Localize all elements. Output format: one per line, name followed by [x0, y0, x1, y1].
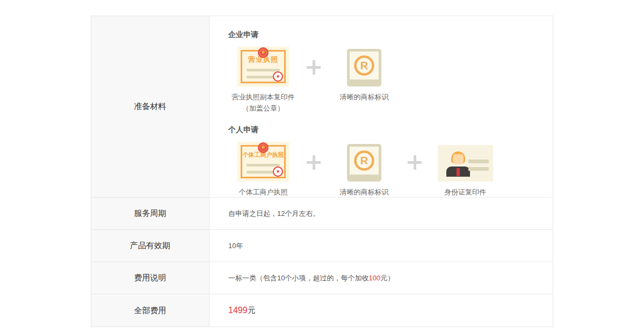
material-trademark: R 清晰的商标标识: [329, 47, 399, 103]
material-caption: 清晰的商标标识: [329, 186, 399, 198]
avatar-tie: [457, 168, 460, 176]
license-text-line: [247, 164, 280, 166]
icon-wrap: R: [329, 142, 399, 182]
icon-wrap: 营业执照 ★: [228, 47, 298, 86]
row-content: 1499 元: [209, 294, 553, 327]
avatar-face: [453, 154, 464, 164]
caption-line: 清晰的商标标识: [329, 91, 399, 103]
caption-line: （加盖公章）: [228, 103, 298, 114]
plus-icon: [298, 142, 329, 182]
row-label-total-price: 全部费用: [91, 294, 209, 327]
national-emblem-icon: [258, 142, 269, 153]
row-content: 自申请之日起，12个月左右。: [209, 198, 553, 229]
row-label-validity: 产品有效期: [91, 230, 209, 262]
icon-wrap: R: [329, 47, 399, 86]
row-label-service-period: 服务周期: [91, 198, 209, 229]
fee-text-prefix: 一标一类（包含10个小项，超过的，每个加收: [228, 274, 368, 282]
row-content: 10年: [209, 230, 553, 262]
id-card-icon: [438, 145, 493, 182]
caption-line: 个体工商户执照: [228, 186, 298, 198]
product-detail-table: 准备材料 企业申请 营业执照 ★: [91, 16, 553, 327]
material-caption: 清晰的商标标识: [329, 91, 399, 103]
caption-line: 营业执照副本复印件: [228, 91, 298, 103]
registered-letter: R: [360, 155, 368, 166]
material-id-card: 身份证复印件: [430, 142, 500, 198]
material-sole-proprietor-license: 个体工商户执照 ★ 个体工商户执照: [228, 142, 298, 198]
enterprise-section-title: 企业申请: [228, 30, 553, 40]
red-star-stamp-icon: ★: [273, 166, 283, 177]
icon-wrap: 个体工商户执照 ★: [228, 142, 298, 182]
person-avatar-icon: [446, 151, 470, 177]
row-content: 一标一类（包含10个小项，超过的，每个加收100元）: [209, 262, 553, 294]
registered-letter: R: [360, 60, 368, 71]
enterprise-application-section: 企业申请 营业执照 ★: [228, 30, 553, 114]
registered-mark-icon: R: [352, 149, 376, 172]
star-glyph: ★: [276, 169, 280, 174]
red-star-stamp-icon: ★: [273, 71, 283, 82]
row-label-materials: 准备材料: [91, 16, 209, 197]
business-license-icon: 个体工商户执照 ★: [237, 142, 289, 182]
plus-icon: [298, 47, 329, 86]
idcard-text-line: [468, 167, 489, 171]
material-business-license: 营业执照 ★ 营业执照副本复印件 （加盖公章）: [228, 47, 298, 114]
fee-description-value: 一标一类（包含10个小项，超过的，每个加收100元）: [228, 273, 394, 283]
plus-icon: [399, 142, 430, 182]
star-glyph: ★: [276, 74, 280, 79]
idcard-text-line: [468, 160, 489, 163]
row-label-fee-description: 费用说明: [91, 262, 209, 294]
registered-mark-icon: R: [352, 54, 376, 77]
national-emblem-icon: [258, 47, 269, 58]
license-text-line: [247, 69, 280, 71]
fee-surcharge-amount: 100: [368, 274, 380, 282]
fee-description-row: 费用说明 一标一类（包含10个小项，超过的，每个加收100元）: [91, 262, 553, 294]
total-price-row: 全部费用 1499 元: [91, 294, 553, 327]
validity-value: 10年: [228, 241, 243, 251]
service-period-row: 服务周期 自申请之日起，12个月左右。: [91, 198, 553, 230]
validity-row: 产品有效期 10年: [91, 230, 553, 262]
total-price-value: 1499: [228, 306, 248, 315]
enterprise-figures: 营业执照 ★ 营业执照副本复印件 （加盖公章）: [228, 47, 553, 114]
fee-text-suffix: 元）: [380, 274, 394, 282]
total-price-unit: 元: [248, 306, 256, 315]
caption-line: 清晰的商标标识: [329, 186, 399, 198]
personal-figures: 个体工商户执照 ★ 个体工商户执照: [228, 142, 553, 198]
trademark-icon: R: [347, 49, 381, 86]
trademark-icon: R: [347, 144, 381, 182]
materials-row: 准备材料 企业申请 营业执照 ★: [91, 16, 553, 198]
icon-wrap: [430, 142, 500, 182]
trademark-inner: R: [350, 147, 379, 175]
material-caption: 营业执照副本复印件 （加盖公章）: [228, 91, 298, 114]
material-caption: 个体工商户执照: [228, 186, 298, 198]
service-period-value: 自申请之日起，12个月左右。: [228, 209, 320, 219]
trademark-inner: R: [350, 52, 379, 79]
material-trademark: R 清晰的商标标识: [329, 142, 399, 198]
personal-application-section: 个人申请 个体工商户执照 ★: [228, 125, 553, 198]
material-caption: 身份证复印件: [430, 186, 500, 198]
personal-section-title: 个人申请: [228, 125, 553, 135]
business-license-icon: 营业执照 ★: [237, 47, 289, 86]
caption-line: 身份证复印件: [430, 186, 500, 198]
materials-content: 企业申请 营业执照 ★: [209, 16, 553, 197]
